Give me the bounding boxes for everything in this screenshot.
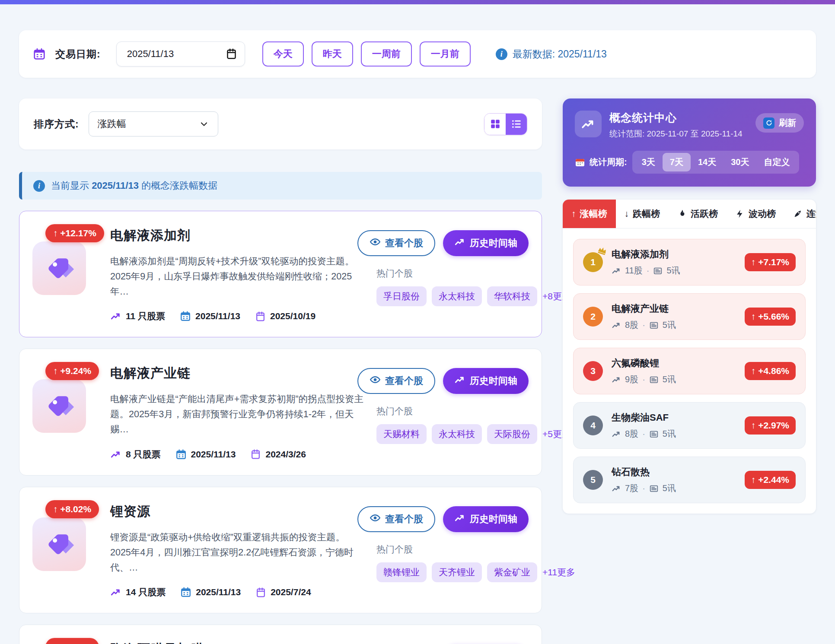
hot-stocks-label: 热门个股 bbox=[376, 267, 529, 279]
concept-actions: 查看个股 历史时间轴 热门个股 赣锋锂业 天齐锂业 紫金矿业 +11更多 bbox=[376, 500, 529, 598]
news-icon bbox=[649, 484, 659, 493]
concept-description: 电解液添加剂是“周期反转+技术升级”双轮驱动的投资主题。2025年9月，山东孚日… bbox=[110, 254, 363, 299]
arrow-down-icon: ↓ bbox=[625, 209, 629, 219]
stock-tag[interactable]: 华软科技 bbox=[487, 286, 537, 306]
hot-stocks-label: 热门个股 bbox=[376, 543, 529, 555]
view-stocks-button[interactable]: 查看个股 bbox=[357, 506, 435, 532]
period-custom-button[interactable]: 自定义 bbox=[756, 153, 797, 171]
rank-info: 钻石散热 7股 · 5讯 bbox=[612, 466, 736, 494]
tags-icon bbox=[44, 253, 74, 283]
banner-text: 当前显示 2025/11/13 的概念涨跌幅数据 bbox=[51, 179, 217, 192]
concept-card[interactable]: ↑ +9.24% 电解液产业链 电解液产业链是“产能出清尾声+需求复苏初期”的拐… bbox=[19, 349, 542, 475]
tab-streak[interactable]: 连涨榜 bbox=[784, 200, 816, 228]
hot-stock-tags: 天赐材料 永太科技 天际股份 +5更多 bbox=[376, 424, 529, 444]
grid-icon bbox=[490, 118, 501, 130]
view-stocks-button[interactable]: 查看个股 bbox=[357, 230, 435, 256]
news-icon bbox=[653, 266, 663, 276]
history-timeline-button[interactable]: 历史时间轴 bbox=[443, 506, 529, 532]
quick-date-buttons: 今天 昨天 一周前 一月前 bbox=[262, 41, 471, 67]
concept-actions: 查看个股 历史时间轴 热门个股 星源材质 佛塑科技 东峰集团 +5更多 bbox=[376, 638, 529, 644]
news-icon bbox=[649, 375, 659, 384]
change-badge: ↑ +7.29% bbox=[45, 638, 99, 644]
rank-info: 六氟磷酸锂 9股 · 5讯 bbox=[612, 357, 736, 385]
concept-meta: 14 只股票 2025/11/13 2025/7/24 bbox=[110, 586, 363, 598]
concept-title: 电解液添加剂 bbox=[110, 227, 363, 244]
update-date: 2025/11/13 bbox=[196, 587, 241, 597]
note-calendar-icon bbox=[250, 449, 261, 460]
stock-tag[interactable]: 天际股份 bbox=[487, 424, 537, 444]
stock-tag[interactable]: 赣锋锂业 bbox=[376, 562, 427, 582]
news-icon bbox=[649, 429, 659, 439]
period-7d-button[interactable]: 7天 bbox=[663, 153, 691, 171]
view-mode-toggle bbox=[484, 113, 527, 135]
stock-tag[interactable]: 天齐锂业 bbox=[432, 562, 482, 582]
rank-item[interactable]: 1 电解液添加剂 11股 · 5讯 bbox=[573, 239, 806, 286]
chart-icon bbox=[454, 236, 465, 250]
rank-item[interactable]: 4 生物柴油SAF 8股 · 5讯 ↑ +2.97% bbox=[573, 402, 806, 449]
rank-info: 电解液添加剂 11股 · 5讯 bbox=[612, 248, 736, 276]
period-14d-button[interactable]: 14天 bbox=[691, 153, 723, 171]
sort-label: 排序方式: bbox=[34, 117, 79, 131]
sort-selected-value: 涨跌幅 bbox=[98, 117, 126, 130]
period-selector: 统计周期: 3天 7天 14天 30天 自定义 bbox=[575, 151, 804, 174]
rank-item[interactable]: 5 钻石散热 7股 · 5讯 ↑ +2.44% bbox=[573, 457, 806, 503]
current-view-banner: i 当前显示 2025/11/13 的概念涨跌幅数据 bbox=[19, 172, 542, 200]
latest-data-text: 最新数据: 2025/11/13 bbox=[513, 48, 607, 61]
stock-tag[interactable]: 紫金矿业 bbox=[487, 562, 537, 582]
tab-losers[interactable]: ↓ 跌幅榜 bbox=[616, 200, 669, 228]
stock-tag[interactable]: 永太科技 bbox=[432, 424, 482, 444]
info-icon: i bbox=[496, 48, 507, 60]
refresh-button[interactable]: 刷新 bbox=[755, 113, 804, 133]
stock-tag[interactable]: 天赐材料 bbox=[376, 424, 427, 444]
concept-description: 电解液产业链是“产能出清尾声+需求复苏初期”的拐点型投资主题。2025年3月，新… bbox=[110, 392, 363, 437]
week-ago-button[interactable]: 一周前 bbox=[361, 41, 412, 67]
concept-card[interactable]: ↑ +8.02% 锂资源 锂资源是“政策驱动+供给收缩”双重逻辑共振的投资主题。… bbox=[19, 487, 542, 613]
rank-title: 生物柴油SAF bbox=[612, 411, 736, 424]
stats-sidebar: 概念统计中心 统计范围: 2025-11-07 至 2025-11-14 刷新 … bbox=[563, 98, 816, 514]
yesterday-button[interactable]: 昨天 bbox=[312, 41, 353, 67]
page-container: 交易日期: 今天 昨天 一周前 一月前 i 最新数据: 2025/11/13 排… bbox=[0, 30, 835, 644]
chart-icon bbox=[110, 449, 121, 460]
tab-active[interactable]: 活跃榜 bbox=[669, 200, 727, 228]
view-stocks-button[interactable]: 查看个股 bbox=[357, 368, 435, 394]
chart-icon bbox=[454, 374, 465, 388]
period-3d-button[interactable]: 3天 bbox=[634, 153, 663, 171]
create-date: 2025/10/19 bbox=[270, 311, 316, 321]
more-stocks-link[interactable]: +11更多 bbox=[542, 566, 575, 578]
eye-icon bbox=[370, 236, 381, 250]
history-timeline-button[interactable]: 历史时间轴 bbox=[443, 368, 529, 394]
calendar-icon bbox=[33, 48, 46, 60]
concept-description: 锂资源是“政策驱动+供给收缩”双重逻辑共振的投资主题。2025年4月，四川雅江官… bbox=[110, 530, 363, 575]
tags-icon bbox=[44, 529, 74, 559]
period-30d-button[interactable]: 30天 bbox=[723, 153, 756, 171]
concept-title: 锂资源 bbox=[110, 503, 363, 520]
concept-card[interactable]: ↑ +12.17% 电解液添加剂 电解液添加剂是“周期反转+技术升级”双轮驱动的… bbox=[19, 211, 542, 337]
grid-view-button[interactable] bbox=[484, 114, 506, 135]
tab-gainers[interactable]: ↑ 涨幅榜 bbox=[563, 200, 616, 228]
stock-tag[interactable]: 孚日股份 bbox=[376, 286, 427, 306]
rank-meta: 8股 · 5讯 bbox=[612, 428, 736, 440]
rank-number: 2 bbox=[583, 307, 603, 327]
today-button[interactable]: 今天 bbox=[262, 41, 304, 67]
rank-item[interactable]: 3 六氟磷酸锂 9股 · 5讯 ↑ +4.86% bbox=[573, 348, 806, 394]
rank-item[interactable]: 2 电解液产业链 8股 · 5讯 ↑ +5.66% bbox=[573, 293, 806, 340]
sort-select[interactable]: 涨跌幅 bbox=[89, 111, 218, 136]
concept-card[interactable]: ↑ +7.29% 陶瓷隔膜骨架膜 陶瓷隔膜骨架膜是技术创新驱动的固态电池产业链β… bbox=[19, 625, 542, 644]
rank-change-badge: ↑ +5.66% bbox=[745, 308, 796, 326]
concept-thumb-wrap: ↑ +8.02% bbox=[32, 500, 97, 598]
concept-meta: 8 只股票 2025/11/13 2024/3/26 bbox=[110, 448, 363, 460]
eye-icon bbox=[370, 512, 381, 526]
tab-volatility[interactable]: 波动榜 bbox=[727, 200, 784, 228]
rocket-icon bbox=[793, 209, 803, 219]
stock-tag[interactable]: 永太科技 bbox=[432, 286, 482, 306]
list-view-button[interactable] bbox=[506, 114, 527, 135]
news-icon bbox=[649, 320, 659, 330]
update-date: 2025/11/13 bbox=[191, 449, 236, 460]
banner-date: 2025/11/13 bbox=[92, 180, 139, 191]
rank-number: 1 bbox=[583, 252, 603, 272]
history-timeline-button[interactable]: 历史时间轴 bbox=[443, 230, 529, 256]
month-ago-button[interactable]: 一月前 bbox=[420, 41, 471, 67]
date-picker-icon[interactable] bbox=[226, 48, 237, 60]
note-calendar-icon bbox=[255, 311, 266, 322]
stock-count: 11 只股票 bbox=[126, 310, 165, 322]
